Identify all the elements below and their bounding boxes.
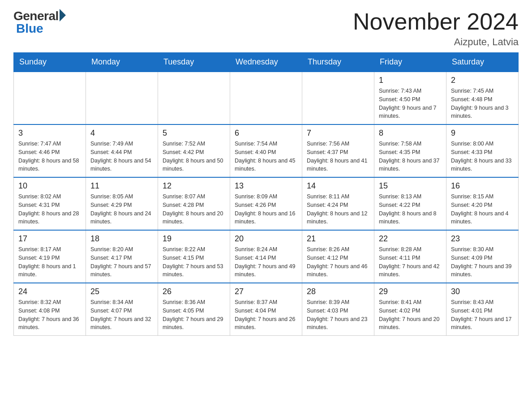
table-row: 12Sunrise: 8:07 AMSunset: 4:28 PMDayligh…	[158, 177, 230, 230]
day-number: 12	[163, 181, 225, 191]
table-row: 29Sunrise: 8:41 AMSunset: 4:02 PMDayligh…	[374, 283, 446, 336]
table-row: 17Sunrise: 8:17 AMSunset: 4:19 PMDayligh…	[14, 230, 86, 283]
table-row: 23Sunrise: 8:30 AMSunset: 4:09 PMDayligh…	[446, 230, 519, 283]
day-info: Sunrise: 8:22 AMSunset: 4:15 PMDaylight:…	[163, 245, 225, 279]
calendar-week-row: 17Sunrise: 8:17 AMSunset: 4:19 PMDayligh…	[14, 230, 519, 283]
day-info: Sunrise: 7:52 AMSunset: 4:42 PMDaylight:…	[163, 140, 225, 173]
day-number: 22	[379, 234, 442, 244]
day-info: Sunrise: 8:39 AMSunset: 4:03 PMDaylight:…	[307, 298, 369, 332]
day-info: Sunrise: 8:07 AMSunset: 4:28 PMDaylight:…	[163, 193, 225, 226]
table-row: 15Sunrise: 8:13 AMSunset: 4:22 PMDayligh…	[374, 177, 446, 230]
day-number: 28	[307, 287, 369, 296]
day-info: Sunrise: 8:32 AMSunset: 4:08 PMDaylight:…	[18, 298, 81, 332]
day-number: 23	[451, 234, 514, 244]
day-info: Sunrise: 8:09 AMSunset: 4:26 PMDaylight:…	[235, 193, 297, 226]
day-info: Sunrise: 8:34 AMSunset: 4:07 PMDaylight:…	[90, 298, 153, 332]
day-number: 24	[18, 287, 81, 296]
table-row: 26Sunrise: 8:36 AMSunset: 4:05 PMDayligh…	[158, 283, 230, 336]
table-row: 3Sunrise: 7:47 AMSunset: 4:46 PMDaylight…	[14, 124, 86, 177]
day-number: 14	[307, 181, 369, 191]
table-row: 20Sunrise: 8:24 AMSunset: 4:14 PMDayligh…	[230, 230, 302, 283]
header-row: Sunday Monday Tuesday Wednesday Thursday…	[14, 53, 519, 72]
day-number: 29	[379, 287, 442, 296]
table-row: 18Sunrise: 8:20 AMSunset: 4:17 PMDayligh…	[86, 230, 158, 283]
day-info: Sunrise: 7:45 AMSunset: 4:48 PMDaylight:…	[451, 87, 514, 120]
calendar-table: Sunday Monday Tuesday Wednesday Thursday…	[13, 52, 519, 336]
logo-blue-text: Blue	[16, 21, 43, 36]
table-row	[158, 72, 230, 124]
day-info: Sunrise: 8:24 AMSunset: 4:14 PMDaylight:…	[235, 245, 297, 279]
table-row: 13Sunrise: 8:09 AMSunset: 4:26 PMDayligh…	[230, 177, 302, 230]
day-number: 21	[307, 234, 369, 244]
day-number: 10	[18, 181, 81, 191]
table-row: 21Sunrise: 8:26 AMSunset: 4:12 PMDayligh…	[302, 230, 374, 283]
day-info: Sunrise: 7:54 AMSunset: 4:40 PMDaylight:…	[235, 140, 297, 173]
table-row: 19Sunrise: 8:22 AMSunset: 4:15 PMDayligh…	[158, 230, 230, 283]
day-info: Sunrise: 8:28 AMSunset: 4:11 PMDaylight:…	[379, 245, 442, 279]
day-info: Sunrise: 8:20 AMSunset: 4:17 PMDaylight:…	[90, 245, 153, 279]
table-row: 14Sunrise: 8:11 AMSunset: 4:24 PMDayligh…	[302, 177, 374, 230]
day-info: Sunrise: 8:30 AMSunset: 4:09 PMDaylight:…	[451, 245, 514, 279]
table-row: 28Sunrise: 8:39 AMSunset: 4:03 PMDayligh…	[302, 283, 374, 336]
day-info: Sunrise: 7:47 AMSunset: 4:46 PMDaylight:…	[18, 140, 81, 173]
col-saturday: Saturday	[446, 53, 519, 72]
day-number: 13	[235, 181, 297, 191]
table-row	[14, 72, 86, 124]
day-number: 17	[18, 234, 81, 244]
table-row: 2Sunrise: 7:45 AMSunset: 4:48 PMDaylight…	[446, 72, 519, 124]
table-row: 4Sunrise: 7:49 AMSunset: 4:44 PMDaylight…	[86, 124, 158, 177]
day-info: Sunrise: 8:26 AMSunset: 4:12 PMDaylight:…	[307, 245, 369, 279]
day-number: 30	[451, 287, 514, 296]
day-number: 19	[163, 234, 225, 244]
logo-arrow-icon	[60, 9, 66, 21]
col-thursday: Thursday	[302, 53, 374, 72]
table-row	[302, 72, 374, 124]
day-info: Sunrise: 7:43 AMSunset: 4:50 PMDaylight:…	[379, 87, 442, 120]
day-number: 16	[451, 181, 514, 191]
calendar-week-row: 10Sunrise: 8:02 AMSunset: 4:31 PMDayligh…	[14, 177, 519, 230]
day-info: Sunrise: 8:17 AMSunset: 4:19 PMDaylight:…	[18, 245, 81, 279]
table-row	[230, 72, 302, 124]
day-number: 18	[90, 234, 153, 244]
day-number: 8	[379, 128, 442, 138]
table-row: 25Sunrise: 8:34 AMSunset: 4:07 PMDayligh…	[86, 283, 158, 336]
day-number: 5	[163, 128, 225, 138]
day-number: 1	[379, 76, 442, 85]
page-header: General Blue November 2024 Aizpute, Latv…	[13, 9, 519, 48]
day-info: Sunrise: 7:49 AMSunset: 4:44 PMDaylight:…	[90, 140, 153, 173]
day-number: 15	[379, 181, 442, 191]
day-number: 26	[163, 287, 225, 296]
table-row: 9Sunrise: 8:00 AMSunset: 4:33 PMDaylight…	[446, 124, 519, 177]
table-row: 1Sunrise: 7:43 AMSunset: 4:50 PMDaylight…	[374, 72, 446, 124]
col-tuesday: Tuesday	[158, 53, 230, 72]
col-wednesday: Wednesday	[230, 53, 302, 72]
day-number: 7	[307, 128, 369, 138]
calendar-subtitle: Aizpute, Latvia	[353, 36, 519, 48]
table-row: 5Sunrise: 7:52 AMSunset: 4:42 PMDaylight…	[158, 124, 230, 177]
day-info: Sunrise: 8:36 AMSunset: 4:05 PMDaylight:…	[163, 298, 225, 332]
table-row: 10Sunrise: 8:02 AMSunset: 4:31 PMDayligh…	[14, 177, 86, 230]
day-info: Sunrise: 8:02 AMSunset: 4:31 PMDaylight:…	[18, 193, 81, 226]
day-number: 9	[451, 128, 514, 138]
day-info: Sunrise: 8:05 AMSunset: 4:29 PMDaylight:…	[90, 193, 153, 226]
day-info: Sunrise: 8:37 AMSunset: 4:04 PMDaylight:…	[235, 298, 297, 332]
table-row	[86, 72, 158, 124]
day-info: Sunrise: 8:00 AMSunset: 4:33 PMDaylight:…	[451, 140, 514, 173]
table-row: 30Sunrise: 8:43 AMSunset: 4:01 PMDayligh…	[446, 283, 519, 336]
day-number: 2	[451, 76, 514, 85]
day-info: Sunrise: 7:56 AMSunset: 4:37 PMDaylight:…	[307, 140, 369, 173]
day-info: Sunrise: 8:13 AMSunset: 4:22 PMDaylight:…	[379, 193, 442, 226]
logo: General Blue	[13, 9, 66, 36]
table-row: 22Sunrise: 8:28 AMSunset: 4:11 PMDayligh…	[374, 230, 446, 283]
col-friday: Friday	[374, 53, 446, 72]
day-info: Sunrise: 7:58 AMSunset: 4:35 PMDaylight:…	[379, 140, 442, 173]
day-number: 6	[235, 128, 297, 138]
calendar-week-row: 3Sunrise: 7:47 AMSunset: 4:46 PMDaylight…	[14, 124, 519, 177]
table-row: 7Sunrise: 7:56 AMSunset: 4:37 PMDaylight…	[302, 124, 374, 177]
day-info: Sunrise: 8:15 AMSunset: 4:20 PMDaylight:…	[451, 193, 514, 226]
calendar-week-row: 1Sunrise: 7:43 AMSunset: 4:50 PMDaylight…	[14, 72, 519, 124]
table-row: 27Sunrise: 8:37 AMSunset: 4:04 PMDayligh…	[230, 283, 302, 336]
calendar-title: November 2024	[353, 9, 519, 34]
calendar-week-row: 24Sunrise: 8:32 AMSunset: 4:08 PMDayligh…	[14, 283, 519, 336]
title-section: November 2024 Aizpute, Latvia	[353, 9, 519, 48]
